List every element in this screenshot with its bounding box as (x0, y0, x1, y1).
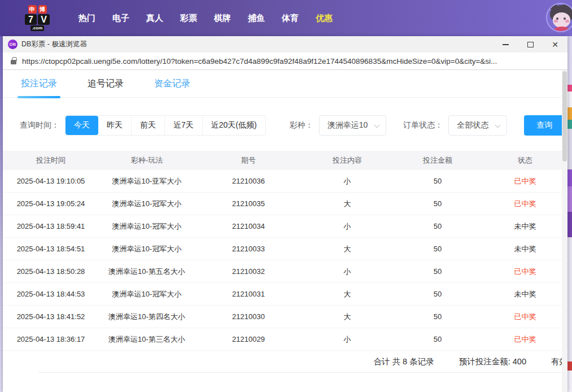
bet-status: 已中奖 (483, 312, 567, 322)
nav-item-promo[interactable]: 优惠 (307, 13, 341, 24)
period-number: 21210036 (195, 177, 302, 185)
bet-status: 已中奖 (483, 176, 567, 186)
bet-time: 2025-04-13 18:41:52 (3, 312, 99, 321)
time-option[interactable]: 昨天 (98, 116, 131, 135)
close-icon: ✕ (552, 41, 558, 49)
bet-time: 2025-04-13 18:50:28 (3, 267, 99, 276)
logo-badges: 申 博 (28, 5, 47, 14)
url-text[interactable]: https://ctopcp02pcali.uengi5e.com/lotter… (22, 57, 560, 66)
lottery-select-value: 澳洲幸运10 (328, 120, 368, 130)
table-row: 2025-04-13 18:36:17澳洲幸运10-第三名大小21210029小… (3, 328, 567, 351)
bet-time: 2025-04-13 18:54:51 (3, 245, 99, 253)
bet-status: 未中奖 (483, 244, 567, 254)
bet-content: 大 (302, 244, 392, 254)
expected-bet-amount: 预计投注金额: 400 (459, 356, 526, 367)
minimize-button[interactable] (493, 36, 518, 53)
logo-tiles: 7 V (25, 14, 50, 25)
lock-icon (11, 60, 16, 64)
game-play: 澳洲幸运10-冠军大小 (99, 199, 195, 209)
bet-time: 2025-04-13 18:59:41 (3, 222, 99, 230)
screen: 申 博 7 V .com 热门电子真人彩票棋牌捕鱼体育优惠 DB (0, 0, 572, 392)
bet-status: 已中奖 (483, 267, 567, 277)
browser-window: DB DB彩票 - 极速浏览器 ✕ https://ctopcp02pcali.… (3, 36, 567, 392)
status-filter-label: 订单状态： (403, 120, 443, 130)
logo-tile: 7 (25, 14, 37, 25)
nav-item-sports[interactable]: 体育 (273, 13, 307, 24)
game-play: 澳洲幸运10-第五名大小 (99, 267, 195, 277)
bet-content: 小 (302, 221, 392, 232)
close-button[interactable]: ✕ (543, 36, 567, 53)
nav-item-lottery[interactable]: 彩票 (172, 13, 206, 24)
url-bar[interactable]: https://ctopcp02pcali.uengi5e.com/lotter… (3, 53, 567, 70)
search-button[interactable]: 查询 (524, 115, 565, 136)
column-header: 期号 (195, 155, 302, 165)
tabs: 投注记录追号记录资金记录 (3, 70, 567, 98)
bet-status: 已中奖 (483, 334, 567, 345)
time-option[interactable]: 近7天 (164, 116, 202, 135)
window-controls: ✕ (493, 36, 567, 53)
period-number: 21210034 (195, 222, 302, 230)
tab-bet-records[interactable]: 投注记录 (20, 70, 58, 97)
column-header: 投注内容 (302, 155, 392, 165)
avatar-blush (565, 20, 569, 23)
filter-bar: 查询时间： 今天昨天前天近7天近20天(低频) 彩种： 澳洲幸运10 订单状态：… (20, 115, 567, 136)
page-behind-right-sliver (567, 36, 572, 392)
maximize-button[interactable] (518, 36, 543, 53)
bet-content: 小 (302, 334, 392, 345)
game-play: 澳洲幸运10-冠军大小 (99, 221, 195, 232)
total-records: 合计 共 8 条记录 (374, 356, 434, 367)
nav-item-live[interactable]: 真人 (138, 13, 172, 24)
chevron-down-icon (495, 123, 501, 128)
lottery-select[interactable]: 澳洲幸运10 (319, 115, 387, 136)
logo-com: .com (30, 25, 45, 31)
site-logo[interactable]: 申 博 7 V .com (25, 5, 50, 31)
site-navbar: 申 博 7 V .com 热门电子真人彩票棋牌捕鱼体育优惠 (0, 0, 572, 36)
status-select[interactable]: 全部状态 (448, 115, 507, 136)
tab-chase-records[interactable]: 追号记录 (86, 70, 125, 97)
nav-item-chess[interactable]: 棋牌 (206, 13, 239, 24)
period-number: 21210029 (195, 335, 302, 343)
table-row: 2025-04-13 18:44:53澳洲幸运10-冠军大小21210031大5… (3, 283, 567, 306)
logo-badge: 申 (28, 5, 37, 14)
logo-badge: 博 (38, 5, 47, 14)
bet-amount: 50 (392, 290, 483, 298)
bet-amount: 50 (392, 199, 483, 208)
records-table: 投注时间彩种-玩法期号投注内容投注金额状态 2025-04-13 19:10:0… (3, 151, 567, 373)
bet-time: 2025-04-13 18:44:53 (3, 290, 99, 298)
avatar-body (554, 27, 569, 32)
bet-amount: 50 (392, 245, 483, 253)
time-filter-label: 查询时间： (20, 120, 59, 130)
time-option[interactable]: 今天 (66, 116, 98, 135)
page-content: 投注记录追号记录资金记录 查询时间： 今天昨天前天近7天近20天(低频) 彩种：… (3, 70, 567, 391)
table-footer: 合计 共 8 条记录 预计投注金额: 400 有效投注金额: (38, 351, 567, 373)
table-row: 2025-04-13 19:10:05澳洲幸运10-亚军大小21210036小5… (3, 170, 567, 193)
scrollbar-thumb[interactable] (562, 71, 567, 162)
db-favicon-icon: DB (8, 40, 18, 49)
maximize-icon (527, 42, 534, 47)
bet-content: 大 (302, 199, 392, 209)
tab-fund-records[interactable]: 资金记录 (153, 70, 191, 97)
game-play: 澳洲幸运10-亚军大小 (99, 176, 195, 186)
scrollbar[interactable] (562, 70, 567, 392)
nav-item-hot[interactable]: 热门 (70, 13, 104, 24)
column-header: 彩种-玩法 (99, 155, 195, 165)
table-row: 2025-04-13 19:05:24澳洲幸运10-冠军大小21210035大5… (3, 193, 567, 215)
period-number: 21210030 (195, 312, 302, 321)
table-row: 2025-04-13 18:59:41澳洲幸运10-冠军大小21210034小5… (3, 215, 567, 238)
time-option[interactable]: 前天 (131, 116, 164, 135)
avatar-eye (564, 18, 566, 20)
table-header: 投注时间彩种-玩法期号投注内容投注金额状态 (3, 151, 567, 170)
table-row: 2025-04-13 18:50:28澳洲幸运10-第五名大小21210032小… (3, 260, 567, 283)
chevron-down-icon (374, 123, 380, 128)
user-avatar[interactable] (546, 3, 572, 32)
nav-item-fishing[interactable]: 捕鱼 (239, 13, 273, 24)
browser-titlebar[interactable]: DB DB彩票 - 极速浏览器 ✕ (3, 36, 567, 53)
bet-time: 2025-04-13 19:05:24 (3, 199, 99, 208)
time-option[interactable]: 近20天(低频) (202, 116, 265, 135)
bet-time: 2025-04-13 18:36:17 (3, 335, 99, 343)
bet-amount: 50 (392, 267, 483, 276)
period-number: 21210035 (195, 199, 302, 208)
table-row: 2025-04-13 18:41:52澳洲幸运10-第四名大小21210030大… (3, 306, 567, 328)
nav-item-slots[interactable]: 电子 (104, 13, 138, 24)
bet-content: 小 (302, 267, 392, 277)
